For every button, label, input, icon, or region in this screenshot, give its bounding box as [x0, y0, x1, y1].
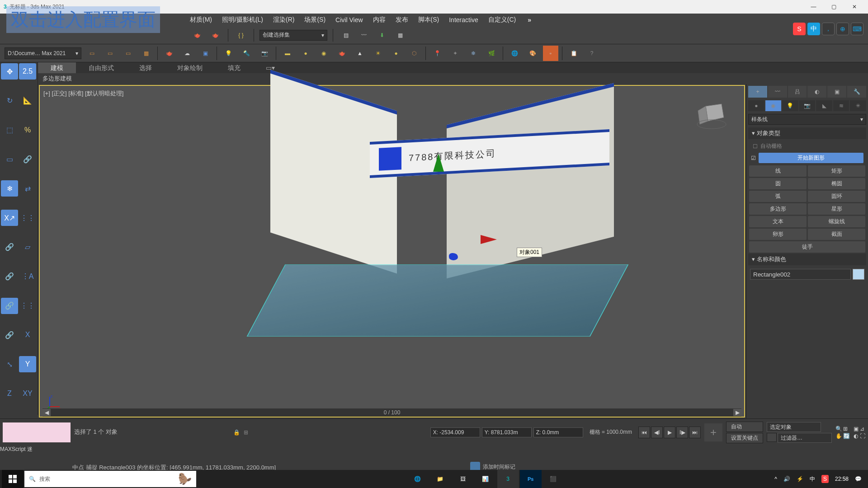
layers-icon[interactable]: ▤	[339, 28, 353, 42]
menu-lighting[interactable]: 照明/摄影机(L)	[222, 16, 263, 24]
menu-scene[interactable]: 场景(S)	[304, 16, 326, 24]
link2-tool[interactable]: 🔗	[1, 239, 18, 255]
tab-freeform[interactable]: 自由形式	[76, 62, 127, 73]
workspace-path-dropdown[interactable]: D:\Docume… Max 2021▾	[5, 47, 81, 59]
section-objtype[interactable]: ▾ 对象类型	[748, 127, 866, 139]
menu-material[interactable]: 材质(M)	[190, 16, 212, 24]
boxgrid-icon[interactable]: ▦	[138, 46, 154, 61]
start-button[interactable]	[2, 470, 24, 488]
spot-icon[interactable]: 🔦	[239, 46, 254, 61]
sub-space-icon[interactable]: ≋	[833, 100, 849, 111]
time-prev-icon[interactable]: ◀Ⅰ	[651, 427, 663, 438]
angle-tool[interactable]: 📐	[19, 93, 36, 109]
gizmo-y-icon[interactable]	[433, 154, 444, 172]
spline-type-dropdown[interactable]: 样条线▾	[748, 114, 866, 125]
tab-objpaint[interactable]: 对象绘制	[165, 62, 215, 73]
btn-egg[interactable]: 卵形	[749, 229, 807, 240]
sub-shape-icon[interactable]: ◉	[765, 100, 782, 111]
cone-icon[interactable]: ▲	[352, 46, 368, 61]
help-icon[interactable]: ?	[584, 46, 599, 61]
close-button[interactable]: ✕	[844, 0, 864, 14]
btn-text[interactable]: 文本	[749, 216, 807, 227]
teapot2-icon[interactable]: 🫖	[208, 28, 222, 42]
startshape-checkbox[interactable]: ☑	[751, 155, 756, 161]
keymode-dropdown[interactable]: 选定对象	[767, 422, 821, 432]
tray-up-icon[interactable]: ^	[774, 476, 777, 482]
sub-geom-icon[interactable]: ●	[748, 100, 764, 111]
sphere-icon[interactable]: ●	[298, 46, 313, 61]
task-app1-icon[interactable]: 🖼	[452, 470, 474, 488]
nav-zoom-icon[interactable]: 🔍	[835, 426, 842, 432]
tab-fill[interactable]: 填充	[215, 62, 253, 73]
task-3dsmax-icon[interactable]: 3	[497, 470, 519, 488]
move-tool[interactable]: ✥	[1, 63, 18, 80]
nav-pan-icon[interactable]: ✋	[835, 433, 842, 439]
slider-prev-icon[interactable]: ◀	[42, 409, 51, 416]
key-plus-icon[interactable]: +	[704, 423, 722, 441]
tray-sound-icon[interactable]: 🔊	[783, 476, 790, 482]
palette-icon[interactable]: 🎨	[525, 46, 540, 61]
menu-render[interactable]: 渲染(R)	[273, 16, 294, 24]
compass-icon[interactable]: ✦	[448, 46, 463, 61]
box3-icon[interactable]: ▭	[120, 46, 136, 61]
viewport-main[interactable]: [+] [正交] [标准] [默认明暗处理] 7788有限科技公司 对象001	[39, 85, 745, 418]
arrow-tool[interactable]: ⤡	[1, 356, 18, 372]
nav-walk-icon[interactable]: ◐	[854, 433, 859, 439]
sub-helper-icon[interactable]: ◣	[816, 100, 832, 111]
utility-tab-icon[interactable]: 🔧	[847, 86, 866, 98]
tray-ime-icon[interactable]: 中	[810, 475, 815, 483]
tab-select[interactable]: 选择	[127, 62, 165, 73]
time-end-icon[interactable]: ⏭	[689, 427, 701, 438]
grid-icon[interactable]: ▦	[393, 28, 407, 42]
tray-notif-icon[interactable]: 💬	[855, 476, 862, 482]
color-swatch[interactable]	[853, 269, 864, 280]
nav-region-icon[interactable]: ▣	[854, 426, 859, 432]
axis-x-tool[interactable]: X	[19, 327, 36, 343]
set-key-button[interactable]: 设置关键点	[726, 433, 763, 443]
selectset-dropdown[interactable]: 创建选择集▾	[259, 30, 327, 41]
mirror-tool[interactable]: ⇄	[19, 180, 36, 197]
menu-civilview[interactable]: Civil View	[335, 16, 363, 23]
axis-xy-tool[interactable]: XY	[19, 385, 36, 402]
time-play-icon[interactable]: ▶	[664, 427, 675, 438]
snow-icon[interactable]: ❄	[466, 46, 481, 61]
sphere2-icon[interactable]: ●	[388, 46, 404, 61]
rotate-tool[interactable]: ↻	[1, 93, 18, 109]
ime-cn-icon[interactable]: 中	[807, 23, 820, 35]
autogrid-checkbox[interactable]: ☐ 自动栅格	[748, 141, 866, 151]
auto-key-button[interactable]: 自动	[726, 422, 763, 432]
filter-dropdown[interactable]: 过滤器…	[778, 433, 832, 443]
btn-helix[interactable]: 螺旋线	[808, 216, 865, 227]
link3-tool[interactable]: 🔗	[1, 268, 18, 285]
motion-tab-icon[interactable]: ◐	[807, 86, 826, 98]
clipboard-icon[interactable]: 📋	[566, 46, 581, 61]
hex-icon[interactable]: ⬡	[406, 46, 422, 61]
grid2-tool[interactable]: ⋮⋮	[19, 298, 36, 314]
gizmo-z-icon[interactable]	[449, 253, 458, 260]
coord-x[interactable]: X: -2534.009	[430, 427, 480, 437]
box2-icon[interactable]: ▭	[102, 46, 118, 61]
nav-fov-icon[interactable]: ⊿	[860, 426, 865, 432]
coord-y[interactable]: Y: 8781.033m	[482, 427, 532, 437]
menu-overflow-icon[interactable]: »	[528, 16, 531, 23]
coord-z[interactable]: Z: 0.0mm	[533, 427, 583, 437]
hierarchy-tab-icon[interactable]: 吕	[788, 86, 807, 98]
section-namecolor[interactable]: ▾ 名称和颜色	[748, 253, 866, 265]
startshape-button[interactable]: 开始新图形	[759, 153, 863, 163]
btn-freehand[interactable]: 徒手	[749, 241, 865, 253]
btn-circle[interactable]: 圆	[749, 178, 807, 189]
bulb-icon[interactable]: 💡	[221, 46, 236, 61]
snap25-tool[interactable]: 2.5	[19, 63, 36, 80]
tray-net-icon[interactable]: ⚡	[797, 476, 803, 482]
tab-modeling[interactable]: 建模	[38, 62, 76, 73]
sub-light-icon[interactable]: 💡	[782, 100, 798, 111]
teapot3-icon[interactable]: 🫖	[161, 46, 177, 61]
scale-tool[interactable]: ⬚	[1, 122, 18, 138]
tag-label[interactable]: 添加时间标记	[483, 463, 515, 471]
menu-interactive[interactable]: Interactive	[449, 16, 478, 23]
tray-sogou-icon[interactable]: S	[821, 475, 829, 483]
menu-script[interactable]: 脚本(S)	[418, 16, 439, 24]
task-rec-icon[interactable]: ⬛	[542, 470, 564, 488]
download-icon[interactable]: ⬇	[375, 28, 389, 42]
pin-icon[interactable]: 📍	[429, 46, 445, 61]
